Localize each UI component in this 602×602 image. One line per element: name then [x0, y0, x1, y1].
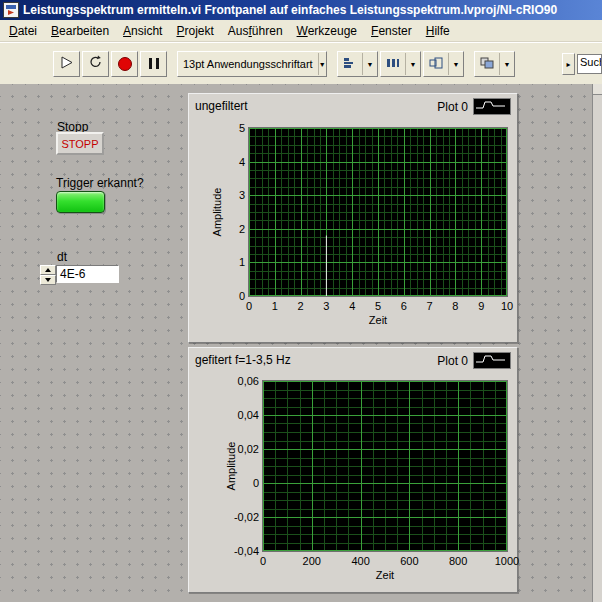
vertical-scrollbar[interactable] [592, 84, 602, 602]
y-tick-label: 0,06 [221, 375, 259, 387]
decrement-button[interactable] [40, 275, 56, 285]
x-tick-label: 10 [490, 300, 524, 312]
window-titlebar[interactable]: Leistungsspektrum ermitteln.vi Frontpane… [0, 0, 602, 20]
abort-button[interactable] [111, 51, 138, 77]
x-tick-label: 1000 [490, 555, 524, 567]
x-tick-label: 600 [392, 555, 426, 567]
chevron-down-icon[interactable]: ▼ [499, 53, 514, 75]
chevron-down-icon[interactable]: ▼ [362, 53, 377, 75]
reorder-dropdown[interactable]: ▼ [474, 51, 515, 77]
increment-button[interactable] [40, 265, 56, 275]
chevron-down-icon[interactable]: ▼ [318, 53, 326, 75]
font-selector-value: 13pt Anwendungsschriftart [178, 58, 318, 70]
trigger-led-indicator[interactable] [56, 191, 105, 213]
menu-item-fenster[interactable]: Fenster [364, 22, 419, 40]
y-axis-label: Amplitude [211, 188, 223, 237]
y-tick-label: -0,04 [221, 545, 259, 557]
menu-item-werkzeuge[interactable]: Werkzeuge [290, 22, 364, 40]
plot-area[interactable] [249, 128, 507, 296]
legend-line-sample[interactable] [473, 98, 511, 115]
run-button[interactable] [53, 51, 80, 77]
pause-icon [147, 55, 161, 73]
legend-label: Plot 0 [437, 354, 468, 368]
resize-objects-icon [424, 57, 448, 71]
dt-label: dt [57, 250, 67, 264]
align-objects-dropdown[interactable]: ▼ [337, 51, 378, 77]
y-tick-label: 0 [207, 290, 245, 302]
y-tick-label: -0,02 [221, 511, 259, 523]
y-tick-label: 5 [207, 122, 245, 134]
reorder-icon [475, 57, 499, 71]
menu-item-ausfhren[interactable]: Ausführen [221, 22, 290, 40]
x-tick-label: 400 [344, 555, 378, 567]
dt-stepper [40, 265, 56, 283]
toolbar-search-group: ▸ Such [562, 53, 602, 75]
x-axis-label: Zeit [369, 314, 387, 326]
labview-vi-icon [3, 2, 19, 18]
trigger-label: Trigger erkannt? [56, 176, 144, 190]
menu-bar: DateiBearbeitenAnsichtProjektAusführenWe… [0, 20, 602, 42]
distribute-objects-icon [381, 57, 405, 71]
window-title: Leistungsspektrum ermitteln.vi Frontpane… [23, 3, 557, 17]
menu-item-bearbeiten[interactable]: Bearbeiten [44, 22, 116, 40]
menu-item-ansicht[interactable]: Ansicht [116, 22, 169, 40]
distribute-objects-dropdown[interactable]: ▼ [380, 51, 421, 77]
x-tick-label: 800 [441, 555, 475, 567]
chevron-down-icon[interactable]: ▼ [405, 53, 420, 75]
graph-title: ungefiltert [195, 99, 248, 113]
labview-window: { "window": { "title": "Leistungsspektru… [0, 0, 602, 602]
y-axis-label: Amplitude [225, 442, 237, 491]
abort-icon [118, 57, 132, 71]
plot-area[interactable] [263, 381, 507, 551]
menu-item-hilfe[interactable]: Hilfe [419, 22, 457, 40]
menu-item-datei[interactable]: Datei [2, 22, 44, 40]
chevron-down-icon[interactable]: ▼ [448, 53, 463, 75]
pause-button[interactable] [140, 51, 167, 77]
resize-objects-dropdown[interactable]: ▼ [423, 51, 464, 77]
font-selector[interactable]: 13pt Anwendungsschriftart ▼ [177, 51, 327, 77]
run-continuously-button[interactable] [82, 51, 109, 77]
stop-button[interactable]: STOPP [56, 132, 104, 155]
search-input[interactable]: Such [577, 54, 602, 74]
legend-label: Plot 0 [437, 100, 468, 114]
waveform-graph-ungefiltert: ungefiltert Plot 0 012345678910012345Amp… [188, 93, 518, 343]
front-panel: Stopp STOPP Trigger erkannt? dt 4E-6 ung… [0, 84, 602, 602]
y-tick-label: 1 [207, 256, 245, 268]
plot-legend[interactable]: Plot 0 [437, 98, 511, 115]
x-axis-label: Zeit [376, 569, 394, 581]
run-continuously-icon [88, 55, 103, 73]
x-tick-label: 200 [295, 555, 329, 567]
waveform-graph-gefiltert: gefitert f=1-3,5 Hz Plot 0 0200400600800… [188, 347, 518, 593]
y-tick-label: 0,04 [221, 409, 259, 421]
toolbar: 13pt Anwendungsschriftart ▼ ▼ ▼ ▼ ▼ ▸ Su… [0, 42, 602, 86]
scroll-up-button[interactable] [593, 84, 602, 95]
dt-value-field[interactable]: 4E-6 [56, 265, 119, 283]
menu-item-projekt[interactable]: Projekt [169, 22, 220, 40]
graph-title: gefitert f=1-3,5 Hz [195, 353, 291, 367]
y-tick-label: 4 [207, 156, 245, 168]
legend-line-sample[interactable] [473, 352, 511, 369]
toolbar-expand-button[interactable]: ▸ [562, 53, 575, 75]
align-objects-icon [338, 57, 362, 71]
plot-legend[interactable]: Plot 0 [437, 352, 511, 369]
run-icon [59, 55, 74, 73]
